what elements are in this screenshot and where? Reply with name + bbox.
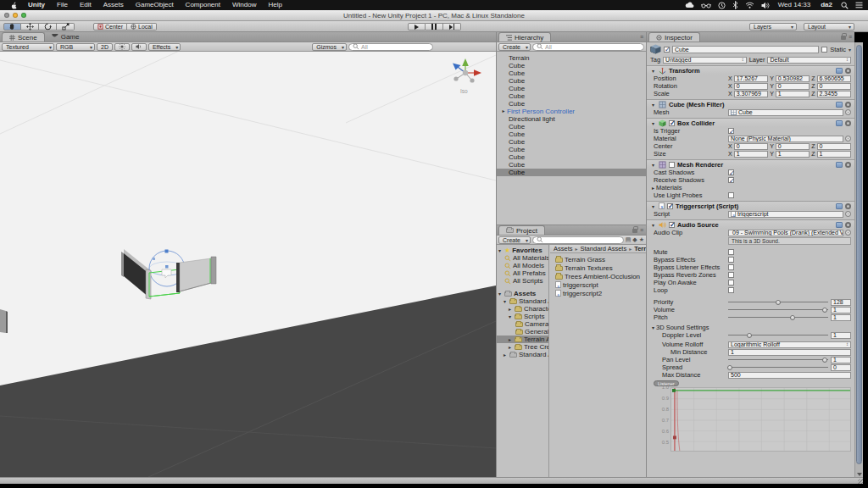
volume-value[interactable]: 1 [831, 307, 851, 313]
volume-icon[interactable] [761, 2, 770, 9]
gear-icon[interactable] [845, 102, 851, 108]
favorite-item[interactable]: All Materials [497, 254, 548, 262]
tag-dropdown[interactable]: Untagged [663, 57, 747, 64]
tree-camera-scripts[interactable]: Camera Scripts [497, 320, 548, 328]
favorites-root[interactable]: ▾★Favorites [497, 247, 548, 254]
tab-game[interactable]: Game [45, 32, 86, 42]
render-mode-dropdown[interactable]: Textured [2, 43, 54, 51]
tab-scene[interactable]: Scene [2, 32, 45, 42]
receive-shadows-checkbox[interactable] [728, 177, 734, 183]
project-file-script[interactable]: triggerscript2 [550, 289, 646, 297]
pivot-mode-button[interactable]: Center [93, 23, 127, 30]
favorite-item[interactable]: All Models [497, 262, 548, 269]
project-create-button[interactable]: Create [498, 236, 531, 244]
box-collider-enabled-checkbox[interactable] [669, 120, 675, 126]
tree-character-controllers[interactable]: ▸Character Controllers [497, 305, 548, 313]
hierarchy-item[interactable]: Terrain [497, 54, 646, 62]
position-y-field[interactable]: 0.530982 [776, 75, 810, 82]
scale-tool-button[interactable] [57, 23, 75, 30]
priority-slider[interactable] [728, 298, 828, 306]
menu-clock[interactable]: Wed 14:33 [776, 0, 813, 10]
mesh-field[interactable]: Cube [728, 109, 843, 116]
menu-item-edit[interactable]: Edit [74, 0, 97, 10]
menu-item-file[interactable]: File [51, 0, 74, 10]
hierarchy-panel-menu[interactable]: ≡ [640, 34, 643, 40]
doppler-value[interactable]: 1 [831, 332, 851, 339]
scrollbar-down-arrow[interactable] [857, 473, 862, 476]
mesh-renderer-header[interactable]: ▾ Mesh Renderer [647, 159, 854, 169]
play-on-awake-checkbox[interactable] [728, 280, 734, 286]
loop-checkbox[interactable] [728, 287, 734, 293]
audio-source-enabled-checkbox[interactable] [669, 222, 675, 228]
notification-center-icon[interactable] [855, 2, 863, 8]
lock-icon[interactable] [632, 229, 637, 233]
hierarchy-item[interactable]: Directional light [497, 115, 646, 123]
transform-header[interactable]: ▾ Transform [647, 65, 854, 75]
tree-scripts[interactable]: ▾Scripts [497, 313, 548, 320]
scale-y-field[interactable]: 1 [776, 91, 810, 97]
hierarchy-create-button[interactable]: Create [498, 43, 531, 51]
help-icon[interactable] [836, 68, 843, 74]
scrollbar-thumb[interactable] [856, 45, 862, 464]
rotation-z-field[interactable]: 0 [817, 83, 851, 90]
rolloff-graph[interactable]: Listener 1.0 0.9 0.8 0.7 0.6 0.5 [650, 380, 851, 452]
gizmos-dropdown[interactable]: Gizmos [312, 43, 347, 51]
size-z-field[interactable]: 1 [817, 151, 851, 158]
pause-button[interactable] [426, 23, 443, 30]
bypass-effects-checkbox[interactable] [728, 257, 734, 263]
layout-dropdown[interactable]: Layout [804, 23, 854, 30]
inspector-panel-menu[interactable]: ≡ [849, 34, 852, 40]
tree-assets[interactable]: ▾Assets [497, 290, 548, 297]
hierarchy-item[interactable]: Cube [497, 153, 646, 161]
scene-viewport[interactable]: Iso [0, 52, 496, 477]
pitch-slider[interactable] [728, 313, 828, 321]
scene-lighting-button[interactable] [114, 43, 130, 51]
effects-dropdown[interactable]: Effects [148, 43, 181, 51]
breadcrumb[interactable]: Assets▸ Standard Assets▸ Terrain Assets [550, 245, 646, 253]
pitch-value[interactable]: 1 [831, 314, 851, 321]
pan-level-slider[interactable] [728, 356, 828, 363]
menu-item-help[interactable]: Help [262, 0, 287, 10]
tab-inspector[interactable]: Inspector [648, 32, 700, 42]
menu-user[interactable]: da2 [819, 0, 834, 10]
apple-logo-icon[interactable] [5, 2, 22, 9]
tree-terrain-assets-selected[interactable]: ▸Terrain Assets [497, 336, 548, 343]
scene-audio-button[interactable] [131, 43, 147, 51]
hand-tool-button[interactable] [3, 23, 21, 30]
help-icon[interactable] [836, 203, 843, 209]
volume-rolloff-dropdown[interactable]: Logarithmic Rolloff [728, 341, 851, 348]
materials-foldout[interactable]: ▸ [650, 185, 656, 191]
help-icon[interactable] [836, 120, 843, 126]
menu-item-unity[interactable]: Unity [22, 0, 51, 10]
use-light-probes-checkbox[interactable] [728, 192, 734, 198]
hierarchy-item[interactable]: Cube [497, 146, 646, 153]
hierarchy-item[interactable]: Cube [497, 161, 646, 169]
spread-slider[interactable] [728, 363, 828, 371]
project-file-script[interactable]: triggerscript [550, 280, 646, 289]
object-picker-icon[interactable] [845, 230, 851, 236]
bypass-listener-effects-checkbox[interactable] [728, 264, 734, 270]
hierarchy-item[interactable]: Cube [497, 85, 646, 92]
scale-z-field[interactable]: 2.3455 [817, 91, 851, 97]
trigger-script-header[interactable]: ▾ Triggerscript (Script) [647, 201, 854, 210]
search-by-type-icon[interactable]: ▤ [626, 236, 632, 243]
spotlight-icon[interactable] [841, 2, 849, 9]
gear-icon[interactable] [845, 120, 851, 126]
tree-standard-assets-2[interactable]: ▸Standard Assets [497, 351, 548, 358]
cloud-icon[interactable] [685, 2, 694, 8]
cast-shadows-checkbox[interactable] [728, 169, 734, 175]
object-picker-icon[interactable] [845, 211, 851, 217]
static-dropdown[interactable]: ▾ [849, 47, 851, 53]
hierarchy-search-input[interactable]: All [532, 43, 644, 51]
step-button[interactable] [443, 23, 461, 30]
time-machine-icon[interactable] [718, 2, 726, 9]
tab-hierarchy[interactable]: Hierarchy [498, 32, 551, 42]
project-file-folder[interactable]: Trees Ambient-Occlusion [550, 272, 646, 280]
mute-checkbox[interactable] [728, 249, 734, 255]
tab-project[interactable]: Project [498, 225, 545, 235]
sound-settings-foldout[interactable]: ▾ [650, 324, 656, 330]
pivot-rotation-button[interactable]: Local [127, 23, 157, 30]
gear-icon[interactable] [845, 162, 851, 168]
wifi-icon[interactable] [745, 2, 754, 8]
render-channel-dropdown[interactable]: RGB [56, 43, 95, 51]
